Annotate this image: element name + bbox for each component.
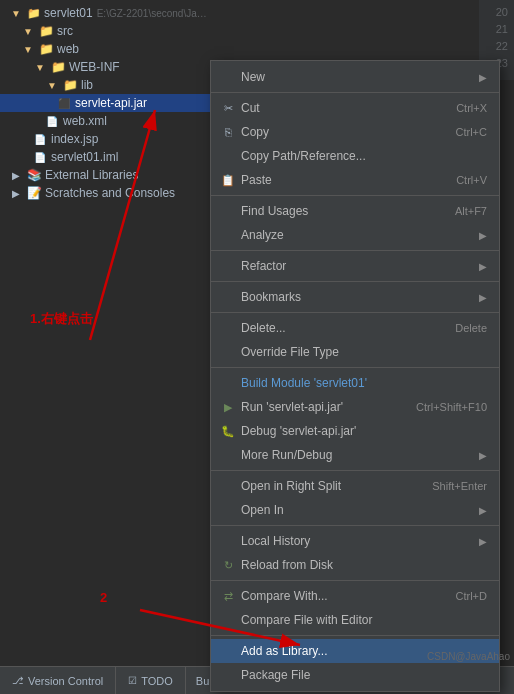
line-num-21: 21 xyxy=(479,21,508,38)
menu-local-history[interactable]: Local History ▶ xyxy=(211,529,499,553)
bookmarks-arrow: ▶ xyxy=(479,292,487,303)
menu-local-history-label: Local History xyxy=(241,534,475,548)
menu-delete[interactable]: Delete... Delete xyxy=(211,316,499,340)
compare-shortcut: Ctrl+D xyxy=(456,590,487,602)
build-icon xyxy=(219,374,237,392)
project-icon: 📁 xyxy=(27,7,41,20)
history-arrow: ▶ xyxy=(479,536,487,547)
root-path: E:\GZ-2201\second\JavaProjects\JDBC\serv… xyxy=(97,8,210,19)
menu-split-label: Open in Right Split xyxy=(241,479,412,493)
folder-icon-src: 📁 xyxy=(39,24,54,38)
menu-analyze-label: Analyze xyxy=(241,228,475,242)
folder-icon-web: 📁 xyxy=(39,42,54,56)
bookmark-icon xyxy=(219,288,237,306)
open-in-icon xyxy=(219,501,237,519)
menu-package-file[interactable]: Package File xyxy=(211,663,499,687)
more-run-arrow: ▶ xyxy=(479,450,487,461)
menu-compare-with[interactable]: ⇄ Compare With... Ctrl+D xyxy=(211,584,499,608)
menu-new[interactable]: New ▶ xyxy=(211,65,499,89)
menu-copy-path-label: Copy Path/Reference... xyxy=(241,149,487,163)
tree-item-webxml[interactable]: 📄 web.xml xyxy=(0,112,210,130)
menu-more-run-label: More Run/Debug xyxy=(241,448,475,462)
menu-reload-label: Reload from Disk xyxy=(241,558,487,572)
tree-item-scratches[interactable]: ▶ 📝 Scratches and Consoles xyxy=(0,184,210,202)
menu-cut[interactable]: ✂ Cut Ctrl+X xyxy=(211,96,499,120)
menu-analyze[interactable]: Analyze ▶ xyxy=(211,223,499,247)
folder-icon-webinf: 📁 xyxy=(51,60,66,74)
refactor-icon xyxy=(219,257,237,275)
new-icon xyxy=(219,68,237,86)
add-lib-icon xyxy=(219,642,237,660)
menu-find-usages[interactable]: Find Usages Alt+F7 xyxy=(211,199,499,223)
menu-debug-jar[interactable]: 🐛 Debug 'servlet-api.jar' xyxy=(211,419,499,443)
tree-root[interactable]: ▼ 📁 servlet01 E:\GZ-2201\second\JavaProj… xyxy=(0,4,210,22)
scratch-icon: 📝 xyxy=(27,186,42,200)
tree-item-servlet-jar[interactable]: ⬛ servlet-api.jar xyxy=(0,94,210,112)
delete-icon xyxy=(219,319,237,337)
menu-more-run[interactable]: More Run/Debug ▶ xyxy=(211,443,499,467)
folder-expand-web: ▼ xyxy=(20,41,36,57)
tree-item-lib[interactable]: ▼ 📁 lib xyxy=(0,76,210,94)
menu-compare-editor[interactable]: Compare File with Editor xyxy=(211,608,499,632)
line-num-22: 22 xyxy=(479,38,508,55)
sep4 xyxy=(211,281,499,282)
menu-open-in[interactable]: Open In ▶ xyxy=(211,498,499,522)
copy-icon: ⎘ xyxy=(219,123,237,141)
sep8 xyxy=(211,525,499,526)
menu-run-label: Run 'servlet-api.jar' xyxy=(241,400,396,414)
tree-item-webinf[interactable]: ▼ 📁 WEB-INF xyxy=(0,58,210,76)
folder-expand-webinf: ▼ xyxy=(32,59,48,75)
menu-reload-disk[interactable]: ↻ Reload from Disk xyxy=(211,553,499,577)
cut-icon: ✂ xyxy=(219,99,237,117)
webinf-label: WEB-INF xyxy=(69,60,120,74)
menu-run-jar[interactable]: ▶ Run 'servlet-api.jar' Ctrl+Shift+F10 xyxy=(211,395,499,419)
menu-copy[interactable]: ⎘ Copy Ctrl+C xyxy=(211,120,499,144)
folder-expand-icon: ▼ xyxy=(20,23,36,39)
split-icon xyxy=(219,477,237,495)
menu-bookmarks[interactable]: Bookmarks ▶ xyxy=(211,285,499,309)
folder-icon: ▼ xyxy=(8,5,24,21)
new-arrow: ▶ xyxy=(479,72,487,83)
sep3 xyxy=(211,250,499,251)
jsp-icon: 📄 xyxy=(32,131,48,147)
line-num-20: 20 xyxy=(479,4,508,21)
xml-icon: 📄 xyxy=(44,113,60,129)
menu-open-in-label: Open In xyxy=(241,503,475,517)
package-icon xyxy=(219,666,237,684)
todo-tab[interactable]: ☑ TODO xyxy=(116,667,186,694)
context-menu: New ▶ ✂ Cut Ctrl+X ⎘ Copy Ctrl+C Copy Pa… xyxy=(210,60,500,692)
annotation-step1: 1.右键点击 xyxy=(30,310,93,328)
sep2 xyxy=(211,195,499,196)
paste-shortcut: Ctrl+V xyxy=(456,174,487,186)
override-icon xyxy=(219,343,237,361)
lib-label: lib xyxy=(81,78,93,92)
split-shortcut: Shift+Enter xyxy=(432,480,487,492)
paste-icon: 📋 xyxy=(219,171,237,189)
more-run-icon xyxy=(219,446,237,464)
menu-compare-editor-label: Compare File with Editor xyxy=(241,613,487,627)
menu-refactor[interactable]: Refactor ▶ xyxy=(211,254,499,278)
iml-label: servlet01.iml xyxy=(51,150,118,164)
sep1 xyxy=(211,92,499,93)
tree-item-indexjsp[interactable]: 📄 index.jsp xyxy=(0,130,210,148)
git-icon: ⎇ xyxy=(12,675,24,686)
menu-copy-path[interactable]: Copy Path/Reference... xyxy=(211,144,499,168)
sep9 xyxy=(211,580,499,581)
menu-paste[interactable]: 📋 Paste Ctrl+V xyxy=(211,168,499,192)
menu-new-label: New xyxy=(241,70,475,84)
analyze-arrow: ▶ xyxy=(479,230,487,241)
menu-open-right-split[interactable]: Open in Right Split Shift+Enter xyxy=(211,474,499,498)
copy-shortcut: Ctrl+C xyxy=(456,126,487,138)
tree-item-extlibs[interactable]: ▶ 📚 External Libraries xyxy=(0,166,210,184)
menu-override-filetype[interactable]: Override File Type xyxy=(211,340,499,364)
sep10 xyxy=(211,635,499,636)
tree-item-src[interactable]: ▼ 📁 src xyxy=(0,22,210,40)
analyze-icon xyxy=(219,226,237,244)
version-control-tab[interactable]: ⎇ Version Control xyxy=(0,667,116,694)
tree-item-iml[interactable]: 📄 servlet01.iml xyxy=(0,148,210,166)
copy-path-icon xyxy=(219,147,237,165)
watermark: CSDN@JavaAhao xyxy=(427,651,510,662)
menu-build-module[interactable]: Build Module 'servlet01' xyxy=(211,371,499,395)
menu-cut-label: Cut xyxy=(241,101,436,115)
tree-item-web[interactable]: ▼ 📁 web xyxy=(0,40,210,58)
